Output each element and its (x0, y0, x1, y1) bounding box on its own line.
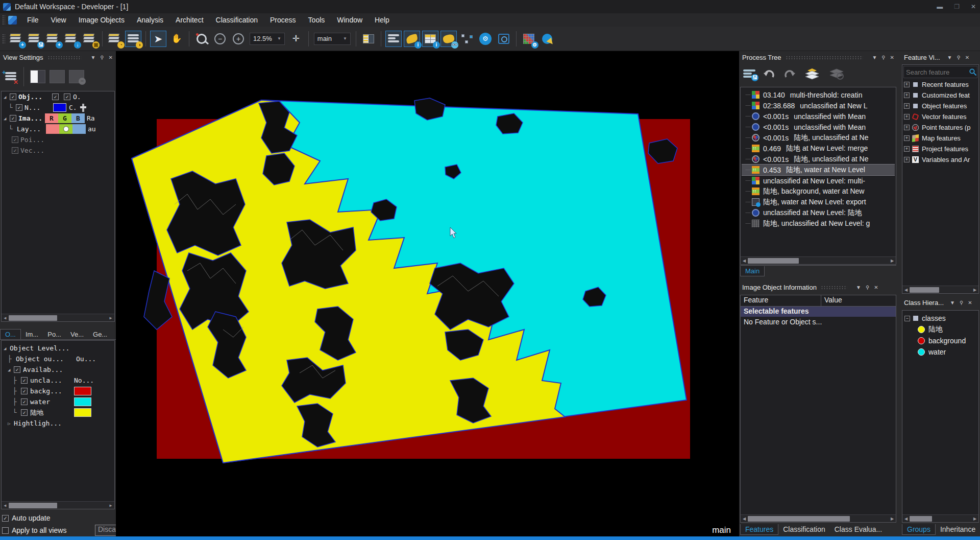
checkbox[interactable]: ✓ (21, 398, 28, 405)
blue-channel-cell[interactable]: B (71, 113, 85, 123)
tab-point[interactable]: Po... (43, 330, 66, 339)
dropdown-arrow-icon[interactable]: ▼ (856, 285, 861, 290)
dropdown-arrow-icon[interactable]: ▼ (872, 55, 877, 60)
image-viewer[interactable]: main (116, 51, 739, 536)
green-channel-cell[interactable]: G (58, 113, 71, 123)
tree-row-land-class[interactable]: └ ✓ 陆地 (2, 407, 114, 418)
zoom-area-button[interactable] (193, 31, 210, 47)
tree-row-object-level[interactable]: ◢ Object Level... (2, 343, 114, 354)
pin-icon[interactable]: ⚲ (866, 285, 869, 290)
settings-gear-button[interactable]: ⚙ (477, 31, 494, 47)
run-processes-icon[interactable] (803, 67, 821, 81)
comparison-view-button[interactable]: − (69, 70, 84, 83)
checkbox[interactable]: ✓ (12, 147, 18, 154)
dropdown-arrow-icon[interactable]: ▼ (950, 300, 955, 306)
pin-icon[interactable]: ⚲ (881, 55, 885, 60)
dropdown-arrow-icon[interactable]: ▼ (90, 55, 95, 60)
map-select[interactable]: main▼ (314, 33, 351, 45)
process-row[interactable]: <0.001sunclassified with Mean (742, 122, 895, 132)
zoom-level-select[interactable]: 12.5%▼ (250, 33, 285, 45)
class-row-land[interactable]: 陆地 (902, 324, 978, 335)
checkbox[interactable]: ✓ (21, 377, 28, 384)
red-channel-cell[interactable]: R (45, 113, 58, 123)
column-value[interactable]: Value (821, 295, 845, 306)
tree-row-layer[interactable]: └ Lay... au (2, 124, 114, 134)
scrollbar-thumb[interactable] (748, 516, 850, 522)
classes-root-row[interactable]: − classes (902, 313, 978, 324)
close-icon[interactable]: ✕ (968, 300, 972, 306)
drag-handle[interactable] (47, 56, 82, 59)
expander-icon[interactable]: ◢ (8, 367, 14, 372)
tab-vector[interactable]: Ve... (66, 330, 88, 339)
navigate-button[interactable]: ✛ (288, 31, 304, 47)
tree-row-available[interactable]: ◢ ✓ Availab... (2, 364, 114, 375)
close-icon[interactable]: ✕ (965, 55, 969, 60)
add-scene-button[interactable]: + (45, 31, 61, 47)
outline-color-swatch[interactable] (53, 103, 66, 112)
feature-group-project[interactable]: + Project features (902, 144, 978, 154)
scrollbar-thumb[interactable] (9, 315, 57, 321)
pin-icon[interactable]: ⚲ (957, 55, 960, 60)
checkbox[interactable]: ✓ (14, 366, 20, 373)
feature-group-variables[interactable]: + V Variables and Ar (902, 154, 978, 165)
layer-r-cell[interactable] (46, 124, 59, 134)
tree-row-image-data[interactable]: ◢ ✓ Ima... R G B Ra (2, 113, 114, 124)
horizontal-scrollbar[interactable]: ◀ ▶ (741, 514, 896, 522)
close-icon[interactable]: ✕ (109, 55, 113, 60)
pin-icon[interactable]: ⚲ (960, 300, 963, 306)
horizontal-scrollbar[interactable]: ◀ ▶ (2, 314, 114, 321)
tree-row-unclassified[interactable]: ├ ✓ uncla... No... (2, 375, 114, 386)
tree-row-water-class[interactable]: ├ ✓ water (2, 396, 114, 407)
horizontal-scrollbar[interactable]: ◀ ▶ (741, 256, 896, 264)
feature-group-point[interactable]: + Point features (p (902, 122, 978, 133)
checkbox[interactable]: ✓ (21, 388, 28, 394)
menu-process[interactable]: Process (264, 14, 302, 26)
tab-class-evaluation[interactable]: Class Evalua... (830, 524, 887, 534)
plus-expander-icon[interactable]: + (904, 82, 910, 87)
tab-groups[interactable]: Groups (902, 524, 936, 535)
feature-group-object[interactable]: + Object features (902, 101, 978, 111)
polygon-tool-button[interactable] (459, 31, 475, 47)
tree-row-objects[interactable]: ◢ ✓ Obj... ✓ ✓ O. (2, 91, 114, 102)
drag-handle[interactable] (786, 56, 864, 59)
apply-all-checkbox[interactable] (2, 527, 9, 534)
layer-mixing-button[interactable]: ◑ (125, 31, 141, 47)
process-row[interactable]: 陆地, water at New Level: export (742, 197, 895, 207)
tree-row-point[interactable]: ✓ Poi... (2, 134, 114, 145)
close-icon[interactable]: ✕ (874, 285, 878, 290)
menu-help[interactable]: Help (369, 14, 396, 26)
layer-g-cell[interactable] (59, 124, 72, 134)
process-row[interactable]: unclassified at New Level: multi- (742, 175, 895, 186)
class-row-water[interactable]: water (902, 346, 978, 358)
process-row[interactable]: <0.001s陆地, unclassified at Ne (742, 154, 895, 165)
tab-object-levels[interactable]: O... (0, 329, 21, 339)
process-row[interactable]: <0.001s陆地, unclassified at Ne (742, 132, 895, 143)
menu-window[interactable]: Window (331, 14, 369, 26)
menu-classification[interactable]: Classification (210, 14, 264, 26)
dropdown-arrow-icon[interactable]: ▼ (947, 55, 952, 60)
scrollbar-thumb[interactable] (9, 503, 57, 508)
tab-image-layers[interactable]: Im... (21, 330, 43, 339)
tab-geometry[interactable]: Ge... (88, 330, 112, 339)
menu-architect[interactable]: Architect (169, 14, 209, 26)
zoom-out-button[interactable]: − (212, 31, 228, 47)
process-row[interactable]: 陆地, background, water at New (742, 186, 895, 197)
transparency-slider[interactable] (82, 104, 84, 112)
tree-row-background-class[interactable]: ├ ✓ backg... (2, 386, 114, 396)
horizontal-scrollbar[interactable]: ◀ ▶ (902, 286, 978, 293)
minus-expander-icon[interactable]: − (904, 316, 910, 321)
tab-inheritance[interactable]: Inheritance (936, 524, 980, 534)
process-row[interactable]: 02:38.688unclassified at New L (742, 100, 895, 111)
view-classification-button[interactable]: i (404, 31, 420, 47)
checkbox[interactable]: ✓ (16, 104, 22, 111)
tree-row-vector[interactable]: ✓ Vec... (2, 145, 114, 156)
image-view-levels-button[interactable] (385, 31, 402, 47)
tab-main-process[interactable]: Main (740, 266, 765, 276)
plus-expander-icon[interactable]: + (904, 125, 910, 130)
tab-features[interactable]: Features (740, 524, 778, 535)
class-color-swatch[interactable] (74, 387, 91, 395)
class-row-background[interactable]: background (902, 335, 978, 346)
menu-view[interactable]: View (45, 14, 72, 26)
expander-icon[interactable]: ◢ (4, 116, 10, 121)
save-project-button[interactable]: 🖫 (27, 31, 43, 47)
